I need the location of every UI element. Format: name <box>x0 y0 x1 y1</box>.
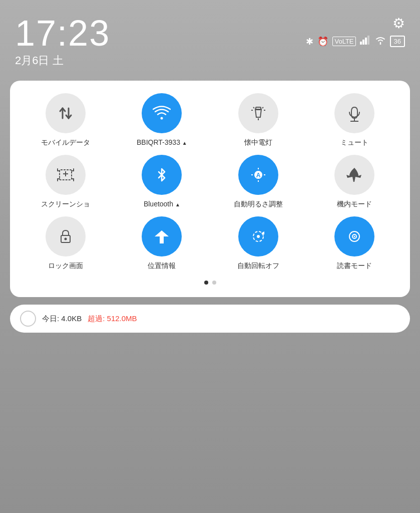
toggle-circle-airplane <box>334 155 374 195</box>
status-icons: ✱ ⏰ VoLTE 36 <box>306 36 405 47</box>
svg-text:A: A <box>256 172 260 179</box>
svg-point-30 <box>65 238 67 240</box>
toggle-lock-screen[interactable]: ロック画面 <box>20 216 111 271</box>
svg-point-32 <box>257 235 260 238</box>
svg-point-35 <box>353 236 355 237</box>
toggle-wifi[interactable]: BBIQRT-3933 ▲ <box>116 93 207 147</box>
toggle-circle-reading-mode <box>334 216 374 256</box>
battery-icon: 36 <box>390 36 405 47</box>
toggle-mobile-data[interactable]: モバイルデータ <box>20 93 111 147</box>
toggle-circle-location <box>142 216 182 256</box>
status-bar: 17:23 2月6日 土 ⚙ ✱ ⏰ VoLTE <box>0 0 420 73</box>
toggle-auto-rotate[interactable]: 自動回転オフ <box>213 216 304 271</box>
date-display: 2月6日 土 <box>15 53 110 68</box>
pagination <box>20 281 400 285</box>
toggle-label-mobile-data: モバイルデータ <box>41 138 90 147</box>
today-data-label: 今日: 4.0KB <box>42 314 82 324</box>
toggle-flashlight[interactable]: 懐中電灯 <box>213 93 304 147</box>
toggle-label-mute: ミュート <box>340 138 368 147</box>
toggle-circle-auto-brightness: A <box>238 155 278 195</box>
volte-icon: VoLTE <box>332 37 355 46</box>
svg-point-10 <box>161 117 163 120</box>
svg-rect-0 <box>360 42 362 45</box>
toggle-label-flashlight: 懐中電灯 <box>244 138 272 147</box>
toggle-mute[interactable]: ミュート <box>309 93 400 147</box>
toggle-circle-mobile-data <box>46 93 86 133</box>
quick-settings-panel: モバイルデータ BBIQRT-3933 ▲ 懐中電灯 ミュート スクリーンショ … <box>10 81 410 297</box>
top-right: ⚙ ✱ ⏰ VoLTE 36 <box>306 15 405 47</box>
toggle-label-auto-brightness: 自動明るさ調整 <box>234 200 283 209</box>
toggle-circle-auto-rotate <box>238 216 278 256</box>
toggle-circle-wifi <box>142 93 182 133</box>
svg-line-14 <box>253 107 254 108</box>
svg-rect-1 <box>362 40 364 45</box>
toggle-circle-screenshot <box>46 155 86 195</box>
toggle-label-airplane: 機内モード <box>337 200 372 209</box>
toggle-screenshot[interactable]: スクリーンショ <box>20 155 111 209</box>
toggle-airplane[interactable]: 機内モード <box>309 155 400 209</box>
toggle-location[interactable]: 位置情報 <box>116 216 207 271</box>
svg-marker-11 <box>255 109 261 117</box>
signal-icon <box>360 36 371 47</box>
toggle-auto-brightness[interactable]: A 自動明るさ調整 <box>213 155 304 209</box>
toggle-label-lock-screen: ロック画面 <box>48 262 83 271</box>
toggle-label-bluetooth: Bluetooth ▲ <box>144 200 180 208</box>
over-data-label: 超過: 512.0MB <box>88 314 137 324</box>
settings-icon[interactable]: ⚙ <box>392 15 405 32</box>
toggle-circle-flashlight <box>238 93 278 133</box>
svg-rect-2 <box>365 38 367 45</box>
toggle-label-reading-mode: 読書モード <box>337 262 372 271</box>
bluetooth-status-icon: ✱ <box>306 36 313 47</box>
toggle-bluetooth[interactable]: Bluetooth ▲ <box>116 155 207 209</box>
svg-line-15 <box>262 107 263 108</box>
toggle-circle-mute <box>334 93 374 133</box>
svg-rect-12 <box>256 107 261 110</box>
toggle-label-screenshot: スクリーンショ <box>41 200 90 209</box>
data-usage-icon <box>20 311 36 327</box>
pagination-dot-1[interactable] <box>204 281 208 285</box>
toggle-label-auto-rotate: 自動回転オフ <box>237 262 279 271</box>
wifi-status-icon <box>375 36 386 47</box>
alarm-icon: ⏰ <box>317 36 328 47</box>
toggle-reading-mode[interactable]: 読書モード <box>309 216 400 271</box>
bottom-bar: 今日: 4.0KB 超過: 512.0MB <box>10 305 410 333</box>
toggle-label-wifi: BBIQRT-3933 ▲ <box>137 138 187 146</box>
toggle-circle-bluetooth <box>142 155 182 195</box>
time-section: 17:23 2月6日 土 <box>15 15 110 68</box>
toggle-grid: モバイルデータ BBIQRT-3933 ▲ 懐中電灯 ミュート スクリーンショ … <box>20 93 400 271</box>
svg-rect-3 <box>367 36 369 45</box>
toggle-label-location: 位置情報 <box>148 262 176 271</box>
toggle-circle-lock-screen <box>46 216 86 256</box>
pagination-dot-2[interactable] <box>212 281 216 285</box>
time-display: 17:23 <box>15 15 110 51</box>
